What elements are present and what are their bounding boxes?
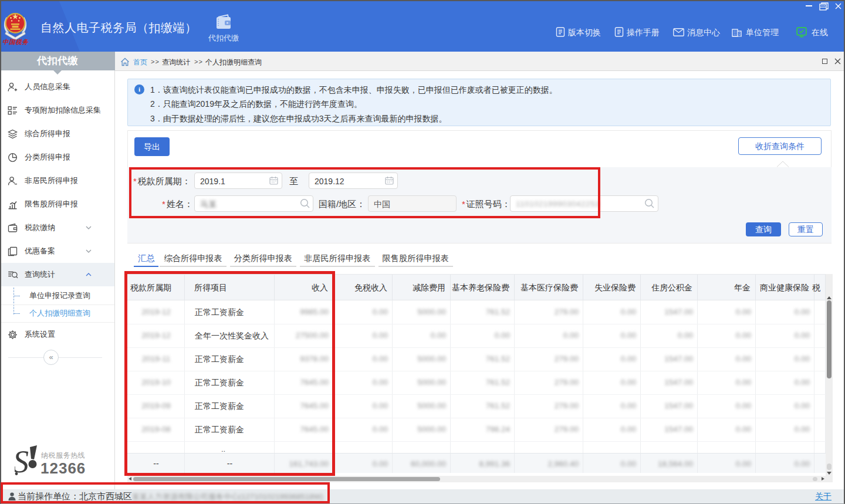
svg-text:中国税务: 中国税务 [2, 38, 29, 45]
